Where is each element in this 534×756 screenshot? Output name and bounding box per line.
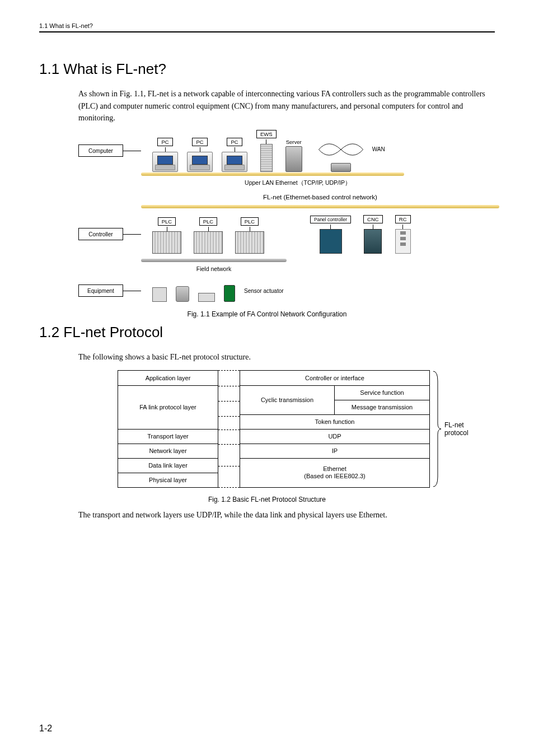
fig-1-1-caption: Fig. 1.1 Example of FA Control Network C… — [39, 310, 495, 318]
controller-interface: Controller or interface — [240, 370, 430, 386]
pc-icon — [152, 152, 178, 172]
label-plc: PLC — [241, 217, 259, 226]
label-server: Server — [286, 139, 302, 145]
panel-icon — [320, 229, 342, 254]
flnet-protocol-brace-label: FL-net protocol — [444, 421, 478, 437]
udp: UDP — [240, 430, 430, 444]
flnet-label: FL-net (Ethernet-based control network) — [141, 194, 499, 200]
equipment-icon — [198, 293, 215, 302]
ethernet-line2: (Based on IEEE802.3) — [304, 473, 365, 480]
ethernet: Ethernet (Based on IEEE802.3) — [240, 459, 430, 488]
fig-1-2-caption: Fig. 1.2 Basic FL-net Protocol Structure — [39, 496, 495, 503]
plc-icon — [152, 231, 181, 254]
wan-icon: WAN — [316, 137, 366, 162]
layer-application: Application layer — [118, 370, 218, 386]
service-function: Service function — [335, 386, 430, 400]
server-icon — [285, 146, 302, 172]
fig11-side-computer: Computer — [78, 144, 123, 157]
sensor-actuator-label: Sensor actuator — [244, 288, 284, 294]
page-number: 1-2 — [39, 724, 52, 734]
layer-fa-link: FA link protocol layer — [118, 386, 218, 430]
flnet-bus — [141, 205, 499, 208]
label-plc: PLC — [199, 217, 217, 226]
field-bus — [141, 259, 287, 262]
token-function: Token function — [240, 415, 430, 430]
layer-network: Network layer — [118, 444, 218, 459]
layer-physical: Physical layer — [118, 473, 218, 488]
upper-lan-bus — [141, 172, 404, 176]
equipment-icon — [224, 285, 235, 302]
ethernet-line1: Ethernet — [323, 465, 346, 473]
section-1-1-title: 1.1 What is FL-net? — [39, 60, 495, 78]
cnc-icon — [364, 229, 382, 254]
label-wan: WAN — [372, 146, 385, 152]
fig11-side-equipment: Equipment — [78, 284, 123, 297]
figure-1-1: Computer PC PC PC EWS Server WAN Upper L — [78, 131, 493, 305]
label-pc: PC — [227, 138, 242, 146]
connector-line — [123, 151, 141, 151]
connector-line — [123, 291, 141, 291]
cyclic-transmission: Cyclic transmission — [240, 386, 335, 415]
plc-icon — [235, 231, 264, 254]
upper-lan-label: Upper LAN Ethernet（TCP/IP, UDP/IP） — [141, 179, 455, 187]
label-plc: PLC — [158, 217, 176, 226]
label-cnc: CNC — [363, 215, 383, 223]
equipment-icon — [176, 286, 189, 302]
router-icon — [331, 163, 351, 172]
pc-icon — [222, 152, 247, 172]
fig11-side-controller: Controller — [78, 228, 123, 240]
label-pc: PC — [157, 138, 172, 146]
layer-transport: Transport layer — [118, 430, 218, 444]
message-transmission: Message transmission — [335, 400, 430, 415]
section-1-2-title: 1.2 FL-net Protocol — [39, 324, 495, 341]
section-1-2-para1: The following shows a basic FL-net proto… — [78, 351, 495, 363]
label-rc: RC — [395, 215, 411, 223]
label-panel: Panel controller — [310, 216, 351, 223]
figure-1-2: Application layer FA link protocol layer… — [118, 370, 481, 488]
equipment-icon — [152, 287, 167, 302]
layer-datalink: Data link layer — [118, 459, 218, 473]
section-1-2-para2: The transport and network layers use UDP… — [78, 509, 495, 521]
connector-line — [123, 234, 141, 235]
ews-icon — [260, 144, 273, 172]
label-ews: EWS — [256, 130, 277, 138]
plc-icon — [194, 231, 223, 254]
pc-icon — [187, 152, 213, 172]
label-pc: PC — [192, 138, 207, 146]
running-header: 1.1 What is FL-net? — [39, 22, 495, 32]
section-1-1-para: As shown in Fig. 1.1, FL-net is a networ… — [78, 88, 495, 124]
rc-icon — [395, 229, 411, 254]
ip: IP — [240, 444, 430, 459]
field-network-label: Field network — [141, 265, 287, 272]
